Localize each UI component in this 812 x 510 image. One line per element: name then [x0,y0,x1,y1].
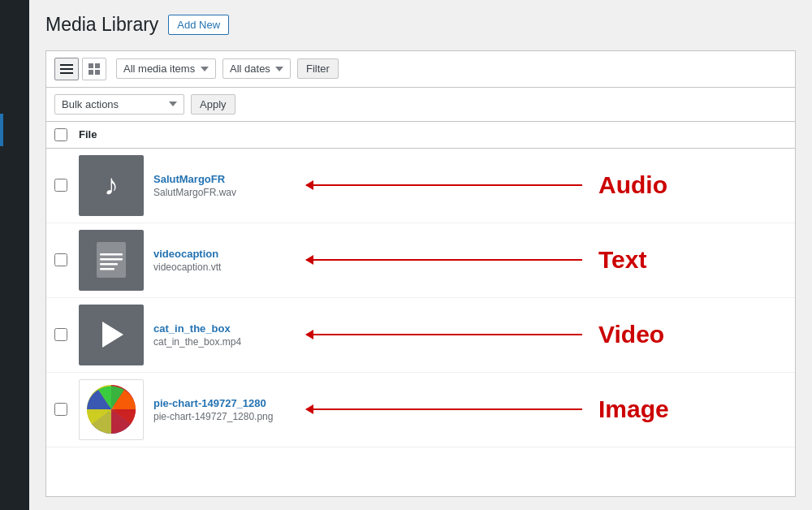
row-2-name[interactable]: videocaption [153,248,306,260]
svg-rect-2 [60,72,73,74]
row-3-info: cat_in_the_box cat_in_the_box.mp4 [153,322,306,348]
grid-icon [89,63,100,75]
table-row: videocaption videocaption.vtt Text [46,223,795,298]
date-filter[interactable]: All dates 2024 2023 [222,58,291,79]
row-1-file-section: ♪ SalutMargoFR SalutMargoFR.wav [79,155,306,216]
row-2-arrow [306,259,582,261]
svg-rect-1 [60,68,73,70]
row-3-annotation-section: Video [306,321,787,348]
svg-rect-3 [89,63,93,68]
row-3-name[interactable]: cat_in_the_box [153,322,306,335]
pie-chart-preview [80,380,142,439]
bulk-actions-bar: Bulk actions Delete permanently Apply [45,88,796,122]
arrow-shaft-3 [306,334,582,335]
row-2-checkbox[interactable] [54,253,67,266]
svg-rect-0 [60,64,73,66]
row-4-arrow [306,408,582,410]
row-4-name[interactable]: pie-chart-149727_1280 [153,397,306,409]
table-row: ♪ SalutMargoFR SalutMargoFR.wav Audio [46,149,795,223]
row-2-filename: videocaption.vtt [153,261,306,273]
row-3-annotation-label: Video [598,321,680,348]
filter-button[interactable]: Filter [297,58,339,79]
play-icon [102,322,123,348]
text-thumbnail [79,230,144,291]
row-2-annotation-section: Text [306,246,787,274]
row-3-checkbox[interactable] [54,328,67,341]
image-thumbnail [79,379,144,440]
arrow-shaft-1 [306,184,582,186]
row-1-name[interactable]: SalutMargoFR [153,173,306,185]
sidebar-active-indicator [0,114,3,146]
svg-rect-4 [95,63,100,68]
select-all-checkbox[interactable] [54,128,67,141]
page-header: Media Library Add New [45,13,796,37]
page-title: Media Library [45,13,158,37]
row-1-annotation-section: Audio [306,171,787,199]
media-type-filter[interactable]: All media items Images Audio Video Docum… [116,58,216,79]
row-1-checkbox[interactable] [54,179,67,192]
header-checkbox-col [54,128,79,141]
svg-rect-8 [100,253,123,256]
document-icon [95,240,127,279]
row-3-filename: cat_in_the_box.mp4 [153,336,306,348]
arrow-shaft-2 [306,259,582,261]
svg-rect-6 [95,70,100,75]
arrow-shaft-4 [306,408,582,410]
table-row: pie-chart-149727_1280 pie-chart-149727_1… [46,373,795,447]
row-1-filename: SalutMargoFR.wav [153,187,306,198]
list-icon [60,64,73,74]
bulk-actions-select[interactable]: Bulk actions Delete permanently [54,94,184,115]
row-checkbox-col [54,253,79,266]
row-checkbox-col [54,403,79,416]
row-3-file-section: cat_in_the_box cat_in_the_box.mp4 [79,305,306,365]
row-3-arrow [306,334,582,335]
row-1-annotation-label: Audio [598,171,680,199]
svg-rect-5 [89,70,93,75]
row-4-filename: pie-chart-149727_1280.png [153,411,306,422]
apply-button[interactable]: Apply [191,94,235,115]
main-content: Media Library Add New [29,0,812,510]
media-table: File ♪ SalutMargoFR SalutMargoFR.wav [45,122,796,497]
toolbar: All media items Images Audio Video Docum… [45,50,796,88]
row-2-info: videocaption videocaption.vtt [153,248,306,273]
add-new-button[interactable]: Add New [168,15,229,35]
svg-rect-10 [100,263,118,266]
row-4-info: pie-chart-149727_1280 pie-chart-149727_1… [153,397,306,422]
row-1-arrow [306,184,582,186]
video-thumbnail [79,305,144,365]
row-1-info: SalutMargoFR SalutMargoFR.wav [153,173,306,198]
file-column-header: File [79,128,787,140]
row-2-annotation-label: Text [598,246,680,274]
svg-rect-9 [100,258,123,261]
row-4-annotation-section: Image [306,395,787,423]
table-header: File [46,122,795,149]
row-checkbox-col [54,179,79,192]
row-checkbox-col [54,328,79,341]
svg-rect-11 [100,268,114,270]
music-note-icon: ♪ [104,168,119,202]
list-view-button[interactable] [54,58,79,80]
view-toggle [54,58,106,80]
row-4-checkbox[interactable] [54,403,67,416]
row-4-annotation-label: Image [598,395,680,423]
audio-thumbnail: ♪ [79,155,144,216]
sidebar [0,0,29,510]
grid-view-button[interactable] [82,58,106,80]
table-row: cat_in_the_box cat_in_the_box.mp4 Video [46,298,795,373]
row-2-file-section: videocaption videocaption.vtt [79,230,306,291]
row-4-file-section: pie-chart-149727_1280 pie-chart-149727_1… [79,379,306,440]
